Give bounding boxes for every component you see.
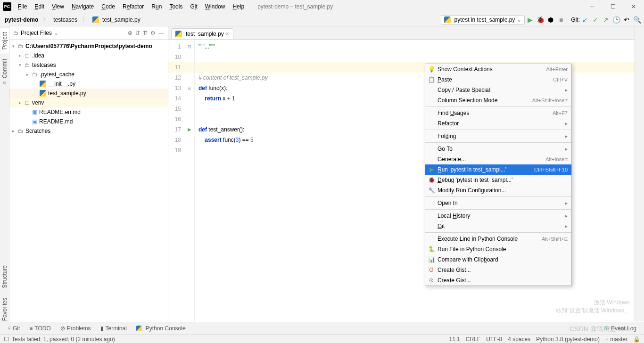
select-opened-icon[interactable]: ⊕: [128, 30, 132, 36]
menu-help[interactable]: Help: [229, 1, 248, 12]
close-button[interactable]: ✕: [623, 0, 644, 13]
bottom-tab-problems[interactable]: ⊘Problems: [57, 324, 95, 333]
editor-area: test_sample.py × 1 10 11 12 13 14 15 16 …: [168, 26, 644, 335]
context-menu-item[interactable]: Git▸: [425, 221, 571, 231]
project-panel-header: 🗀 Project Files ⌄ ⊕ ⇵ ⇈ ⚙ —: [9, 26, 168, 40]
context-menu-item[interactable]: Refactor▸: [425, 118, 571, 129]
crumb-folder[interactable]: testcases: [50, 16, 80, 24]
status-branch[interactable]: ⑂ master: [605, 336, 627, 343]
folder-icon: 🗀: [13, 30, 19, 36]
tree-file-readme-en[interactable]: ▣README.en.md: [9, 107, 168, 117]
git-label: Git:: [571, 16, 580, 23]
tree-folder-pytest-cache[interactable]: ▸🗀.pytest_cache: [9, 70, 168, 79]
menu-tools[interactable]: Tools: [165, 1, 186, 12]
tree-file-init[interactable]: __init__.py: [9, 79, 168, 89]
code-editor[interactable]: 1 10 11 12 13 14 15 16 17 18 19 """...""…: [168, 40, 644, 335]
git-rollback-icon[interactable]: ↶: [621, 15, 632, 25]
context-menu-item[interactable]: Open In▸: [425, 198, 571, 208]
context-menu-item[interactable]: Copy / Paste Special▸: [425, 85, 571, 95]
menu-navigate[interactable]: Navigate: [68, 1, 98, 12]
tree-folder-testcases[interactable]: ▾🗀testcases: [9, 60, 168, 70]
crumb-project[interactable]: pytest-demo: [2, 16, 41, 24]
close-tab-icon[interactable]: ×: [226, 31, 229, 37]
python-icon: [444, 16, 451, 23]
context-menu-item[interactable]: 📋PasteCtrl+V: [425, 74, 571, 85]
tree-folder-idea[interactable]: ▸🗀.idea: [9, 51, 168, 60]
git-push-icon[interactable]: ↗: [601, 15, 611, 25]
tool-status-icon[interactable]: ☐: [4, 336, 9, 343]
expand-all-icon[interactable]: ⇵: [135, 30, 140, 36]
context-menu-item[interactable]: 🔧Modify Run Configuration...: [425, 185, 571, 196]
python-icon: [175, 31, 182, 37]
stop-button[interactable]: ■: [556, 15, 566, 25]
editor-tab[interactable]: test_sample.py ×: [171, 28, 233, 39]
menu-separator: [425, 232, 571, 233]
context-menu-item[interactable]: 🐞Debug 'pytest in test_sampl...': [425, 175, 571, 185]
panel-title[interactable]: Project Files ⌄: [21, 30, 58, 36]
tree-scratches[interactable]: ▸🗀Scratches: [9, 126, 168, 136]
git-commit-icon[interactable]: ✓: [590, 15, 601, 25]
project-panel: 🗀 Project Files ⌄ ⊕ ⇵ ⇈ ⚙ — ▾🗀C:\Users\0…: [9, 26, 168, 335]
menu-refactor[interactable]: Refactor: [119, 1, 148, 12]
tree-file-readme[interactable]: ▣README.md: [9, 117, 168, 126]
project-tree[interactable]: ▾🗀C:\Users\057776\PycharmProjects\pytest…: [9, 40, 168, 335]
coverage-button[interactable]: ⬢: [545, 15, 556, 25]
context-menu-item[interactable]: Generate...Alt+Insert: [425, 154, 571, 164]
status-encoding[interactable]: UTF-8: [486, 336, 502, 343]
bottom-tab-terminal[interactable]: ▮Terminal: [97, 324, 131, 333]
context-menu-item[interactable]: 🐍Run File in Python Console: [425, 244, 571, 254]
structure-tab[interactable]: Structure: [0, 261, 9, 292]
crumb-file[interactable]: test_sample.py: [90, 16, 143, 24]
bottom-tab-python-console[interactable]: Python Console: [132, 324, 190, 333]
context-menu-item[interactable]: ⊙Create Gist...: [425, 275, 571, 286]
python-file-icon: [40, 81, 46, 87]
status-indent[interactable]: 4 spaces: [508, 336, 530, 343]
csdn-watermark: CSDN @笃行之.kiss: [570, 325, 630, 334]
breadcrumb: pytest-demo 〉 testcases 〉 test_sample.py: [2, 16, 143, 24]
context-menu-item[interactable]: Find UsagesAlt+F7: [425, 108, 571, 118]
settings-icon[interactable]: ⚙: [150, 30, 156, 36]
app-icon: PC: [3, 2, 11, 11]
tree-folder-venv[interactable]: ▸🗀venv: [9, 98, 168, 107]
menu-run[interactable]: Run: [148, 1, 165, 12]
tree-root[interactable]: ▾🗀C:\Users\057776\PycharmProjects\pytest…: [9, 41, 168, 51]
hide-icon[interactable]: —: [158, 30, 164, 36]
collapse-all-icon[interactable]: ⇈: [143, 30, 148, 36]
status-line-separator[interactable]: CRLF: [466, 336, 480, 343]
project-tab[interactable]: Project: [0, 28, 9, 53]
context-menu-item[interactable]: Go To▸: [425, 144, 571, 154]
menu-file[interactable]: File: [14, 1, 31, 12]
bottom-tab-git[interactable]: ⑂Git: [4, 324, 24, 333]
run-config-label: pytest in test_sample.py: [454, 16, 515, 23]
status-interpreter[interactable]: Python 3.8 (pytest-demo): [536, 336, 600, 343]
minimize-button[interactable]: ─: [582, 0, 603, 13]
context-menu-item[interactable]: 📊Compare with Clipboard: [425, 254, 571, 265]
status-cursor-pos[interactable]: 11:1: [449, 336, 460, 343]
maximize-button[interactable]: ☐: [603, 0, 623, 13]
context-menu-item[interactable]: 💡Show Context ActionsAlt+Enter: [425, 64, 571, 74]
git-history-icon[interactable]: 🕑: [611, 15, 621, 25]
menu-edit[interactable]: Edit: [31, 1, 48, 12]
debug-button[interactable]: 🐞: [535, 15, 545, 25]
run-config-selector[interactable]: pytest in test_sample.py: [441, 15, 525, 24]
search-icon[interactable]: 🔍: [632, 15, 642, 25]
menu-code[interactable]: Code: [98, 1, 119, 12]
bottom-tab-todo[interactable]: ≡TODO: [25, 324, 54, 333]
status-lock-icon[interactable]: 🔒: [633, 336, 640, 343]
context-menu-item[interactable]: Column Selection ModeAlt+Shift+Insert: [425, 95, 571, 106]
run-button[interactable]: ▶: [525, 15, 535, 25]
context-menu-item[interactable]: Local History▸: [425, 211, 571, 221]
line-gutter[interactable]: 1 10 11 12 13 14 15 16 17 18 19: [168, 40, 195, 335]
context-menu-item[interactable]: Folding▸: [425, 131, 571, 141]
context-menu-item[interactable]: Execute Line in Python ConsoleAlt+Shift+…: [425, 234, 571, 244]
context-menu-item[interactable]: ▶Run 'pytest in test_sampl...'Ctrl+Shift…: [425, 164, 571, 175]
left-tool-strip: Project ○Commit Structure ★Favorites: [0, 26, 9, 335]
git-update-icon[interactable]: ↙: [580, 15, 590, 25]
tree-file-sample[interactable]: test_sample.py: [9, 89, 168, 98]
commit-tab[interactable]: ○Commit: [0, 55, 9, 90]
menu-git[interactable]: Git: [186, 1, 201, 12]
tab-label: test_sample.py: [186, 31, 224, 37]
context-menu-item[interactable]: GCreate Gist...: [425, 265, 571, 275]
menu-view[interactable]: View: [48, 1, 68, 12]
menu-window[interactable]: Window: [201, 1, 229, 12]
